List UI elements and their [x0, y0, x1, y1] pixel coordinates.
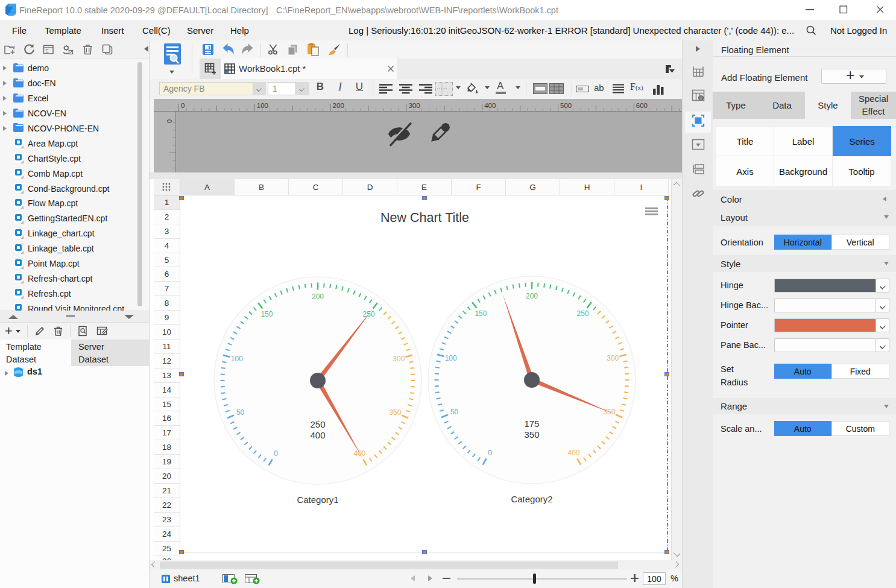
svg-text:100: 100 — [445, 354, 457, 362]
svg-text:350: 350 — [389, 408, 401, 417]
svg-text:400: 400 — [484, 102, 496, 109]
svg-text:400: 400 — [567, 449, 579, 457]
svg-text:400: 400 — [310, 430, 325, 440]
svg-text:50: 50 — [236, 408, 245, 417]
svg-text:100: 100 — [231, 355, 243, 363]
svg-text:Category1: Category1 — [297, 495, 338, 505]
svg-text:600: 600 — [636, 102, 648, 109]
svg-text:Category2: Category2 — [511, 494, 552, 504]
svg-text:200: 200 — [333, 102, 344, 109]
svg-text:250: 250 — [310, 419, 325, 429]
svg-text:50: 50 — [450, 408, 459, 416]
svg-text:200: 200 — [526, 292, 538, 300]
svg-text:250: 250 — [577, 309, 589, 318]
svg-text:0: 0 — [274, 449, 278, 458]
svg-text:175: 175 — [524, 419, 539, 429]
svg-text:350: 350 — [524, 429, 539, 440]
svg-text:500: 500 — [560, 102, 572, 109]
svg-text:150: 150 — [475, 309, 487, 318]
svg-text:0: 0 — [181, 102, 185, 109]
svg-text:0: 0 — [488, 449, 492, 457]
svg-text:100: 100 — [257, 102, 268, 109]
svg-text:200: 200 — [312, 292, 324, 301]
svg-text:300: 300 — [607, 354, 619, 362]
svg-text:150: 150 — [260, 310, 273, 318]
svg-text:300: 300 — [408, 102, 420, 109]
svg-text:300: 300 — [393, 355, 405, 363]
